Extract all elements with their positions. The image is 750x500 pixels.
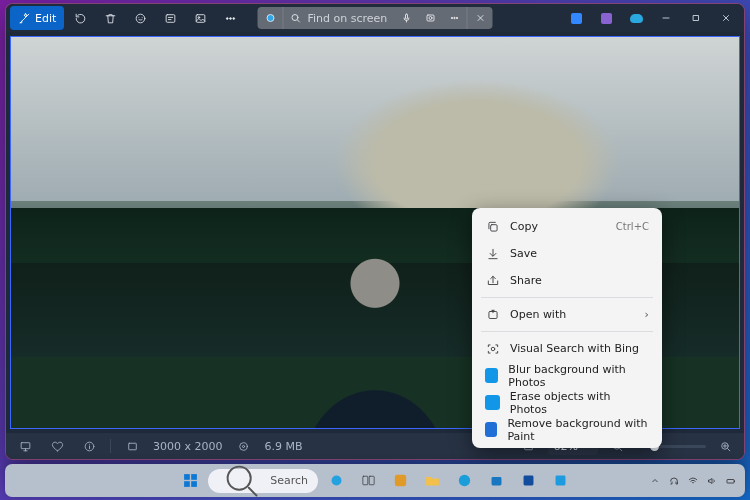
svg-point-20 bbox=[242, 445, 244, 447]
task-copilot[interactable] bbox=[322, 469, 350, 493]
window-min[interactable] bbox=[652, 6, 680, 30]
ctx-save[interactable]: Save bbox=[477, 240, 657, 267]
copilot-icon bbox=[328, 472, 345, 489]
zoom-in-button[interactable] bbox=[714, 440, 736, 453]
ctx-remove-bg[interactable]: Remove background with Paint bbox=[477, 416, 657, 443]
svg-rect-28 bbox=[191, 474, 197, 480]
crop-handle-tr[interactable] bbox=[732, 36, 740, 44]
ctx-visual-search[interactable]: Visual Search with Bing bbox=[477, 335, 657, 362]
app-icon bbox=[520, 472, 537, 489]
svg-rect-16 bbox=[21, 442, 30, 448]
window-close[interactable] bbox=[712, 6, 740, 30]
edit-button[interactable]: Edit bbox=[10, 6, 64, 30]
monitor-icon bbox=[19, 440, 32, 453]
ctx-label: Remove background with Paint bbox=[507, 417, 649, 443]
copy-image-button[interactable] bbox=[186, 6, 214, 30]
ctx-label: Open with bbox=[510, 308, 566, 321]
crop-handle-tl[interactable] bbox=[10, 36, 18, 44]
svg-rect-38 bbox=[523, 476, 533, 486]
svg-rect-35 bbox=[394, 475, 405, 486]
open-icon bbox=[485, 307, 500, 322]
find-input[interactable]: Find on screen bbox=[284, 7, 395, 29]
visual-search-icon bbox=[485, 341, 500, 356]
cloud[interactable] bbox=[622, 6, 650, 30]
close-icon bbox=[474, 12, 486, 24]
copilot-button[interactable] bbox=[258, 7, 284, 29]
ctx-label: Visual Search with Bing bbox=[510, 342, 639, 355]
more-icon bbox=[224, 12, 237, 25]
svg-rect-9 bbox=[406, 14, 408, 19]
size-icon-wrap bbox=[233, 440, 255, 453]
svg-point-14 bbox=[456, 17, 457, 18]
retry-icon bbox=[74, 12, 87, 25]
trash-icon bbox=[104, 12, 117, 25]
pill-close-button[interactable] bbox=[467, 7, 493, 29]
ctx-erase[interactable]: Erase objects with Photos bbox=[477, 389, 657, 416]
svg-point-31 bbox=[228, 467, 251, 490]
lens-icon bbox=[425, 12, 437, 24]
search-icon bbox=[218, 457, 264, 500]
svg-rect-30 bbox=[191, 481, 197, 487]
info-icon bbox=[83, 440, 96, 453]
svg-point-26 bbox=[491, 347, 495, 351]
taskbar-search[interactable]: Search bbox=[208, 469, 318, 493]
magic-icon bbox=[18, 12, 31, 25]
task-store[interactable] bbox=[482, 469, 510, 493]
ctx-separator bbox=[481, 297, 653, 298]
app-icon bbox=[392, 472, 409, 489]
svg-rect-15 bbox=[694, 16, 699, 21]
addon-1[interactable] bbox=[562, 6, 590, 30]
more-button[interactable] bbox=[216, 6, 244, 30]
svg-point-32 bbox=[331, 476, 341, 486]
task-edge[interactable] bbox=[450, 469, 478, 493]
task-app-1[interactable] bbox=[386, 469, 414, 493]
system-tray[interactable] bbox=[649, 475, 737, 487]
svg-point-5 bbox=[229, 17, 231, 19]
svg-rect-37 bbox=[491, 477, 501, 486]
ctx-label: Blur background with Photos bbox=[508, 363, 649, 389]
display-button[interactable] bbox=[14, 440, 36, 453]
image-icon bbox=[194, 12, 207, 25]
ctx-label: Save bbox=[510, 247, 537, 260]
close-icon bbox=[720, 12, 732, 24]
pill-more-button[interactable] bbox=[443, 7, 467, 29]
ctx-blur-bg[interactable]: Blur background with Photos bbox=[477, 362, 657, 389]
divider bbox=[110, 439, 111, 453]
crop-handle-br[interactable] bbox=[732, 421, 740, 429]
crop-handle-bl[interactable] bbox=[10, 421, 18, 429]
filesize-value: 6.9 MB bbox=[265, 440, 303, 453]
window-max[interactable] bbox=[682, 6, 710, 30]
task-app-2[interactable] bbox=[514, 469, 542, 493]
purple-square-icon bbox=[601, 13, 612, 24]
search-icon bbox=[290, 12, 302, 24]
task-explorer[interactable] bbox=[418, 469, 446, 493]
dimensions-icon bbox=[126, 440, 139, 453]
mic-icon bbox=[401, 12, 413, 24]
ctx-share[interactable]: Share bbox=[477, 267, 657, 294]
svg-rect-18 bbox=[128, 443, 136, 450]
retry-button[interactable] bbox=[66, 6, 94, 30]
addon-2[interactable] bbox=[592, 6, 620, 30]
maximize-icon bbox=[690, 12, 702, 24]
ctx-open-with[interactable]: Open with › bbox=[477, 301, 657, 328]
heart-icon bbox=[51, 440, 64, 453]
info-button[interactable] bbox=[78, 440, 100, 453]
lens-button[interactable] bbox=[419, 7, 443, 29]
task-view[interactable] bbox=[354, 469, 382, 493]
start-button[interactable] bbox=[176, 469, 204, 493]
find-pill: Find on screen bbox=[258, 7, 493, 29]
delete-button[interactable] bbox=[96, 6, 124, 30]
svg-rect-29 bbox=[184, 481, 190, 487]
text-extract-button[interactable] bbox=[156, 6, 184, 30]
wifi-icon bbox=[687, 475, 699, 487]
svg-rect-2 bbox=[196, 14, 205, 22]
store-icon bbox=[488, 472, 505, 489]
shape-button[interactable] bbox=[126, 6, 154, 30]
ctx-copy[interactable]: Copy Ctrl+C bbox=[477, 213, 657, 240]
like-button[interactable] bbox=[46, 440, 68, 453]
save-icon bbox=[485, 246, 500, 261]
taskbar-search-placeholder: Search bbox=[270, 474, 308, 487]
svg-point-8 bbox=[292, 15, 298, 21]
mic-button[interactable] bbox=[395, 7, 419, 29]
task-snip[interactable] bbox=[546, 469, 574, 493]
